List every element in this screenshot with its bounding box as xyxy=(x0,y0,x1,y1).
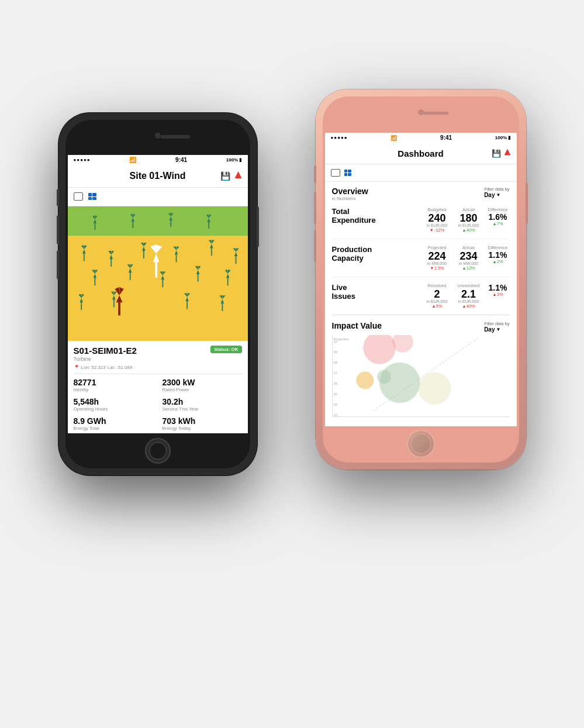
coordinates: 📍 Lon: 52.313 Lat: -51.089 xyxy=(74,365,242,370)
device-toolbar-icon[interactable] xyxy=(74,192,83,201)
stat-label: Service This Year xyxy=(163,406,242,412)
impact-title: Impact Value xyxy=(332,321,382,330)
overview-section: Overview in Numbers Filter data by Day ▼ xyxy=(332,187,510,205)
svg-marker-0 xyxy=(93,219,96,223)
svg-rect-7 xyxy=(132,221,133,227)
wifi-icon: 📶 xyxy=(129,157,136,163)
home-button[interactable] xyxy=(407,430,435,458)
right-phone-inner: ●●●●● 📶 9:41 100% ▮ Dashboard 💾 xyxy=(323,96,519,463)
stat-label: Energy Today xyxy=(163,426,242,431)
stat-label: Operating Hours xyxy=(74,406,153,412)
right-status-bar: ●●●●● 📶 9:41 100% ▮ xyxy=(325,133,517,143)
stat-value: 703 kWh xyxy=(163,416,242,426)
right-side-button[interactable] xyxy=(526,183,528,224)
svg-rect-55 xyxy=(197,274,198,281)
home-button[interactable] xyxy=(145,438,171,464)
device-toolbar-icon[interactable] xyxy=(331,169,340,177)
left-mid-button[interactable] xyxy=(57,215,59,244)
resolved-change: ▲5% xyxy=(423,303,451,309)
filter-label: Filter data by Day ▼ xyxy=(484,187,509,198)
right-side-button[interactable] xyxy=(257,206,259,247)
left-status-bar: ●●●●● 📶 9:41 100% ▮ xyxy=(68,155,248,165)
wifi-icon: 📶 xyxy=(391,135,397,141)
stat-item: 82771 Identity xyxy=(74,378,153,392)
metric-data-issues: Resolved 2 in EUR,000 ▲5% Unresolved 2.1… xyxy=(385,283,510,309)
svg-rect-75 xyxy=(222,303,223,311)
svg-rect-19 xyxy=(83,253,84,261)
stat-item: 703 kWh Energy Today xyxy=(163,416,242,431)
actual-prod-change: ▲12% xyxy=(455,265,483,271)
left-phone-inner: ●●●●● 📶 9:41 100% ▮ Site 01-Wind 💾 xyxy=(65,120,250,468)
prod-diff-change: ▲2% xyxy=(486,259,510,264)
grid-toolbar-icon[interactable] xyxy=(88,192,97,201)
svg-rect-23 xyxy=(110,258,112,266)
metric-label-production: ProductionCapacity xyxy=(332,245,385,263)
grid-toolbar-icon[interactable] xyxy=(344,169,352,177)
svg-marker-72 xyxy=(220,299,224,303)
svg-marker-12 xyxy=(207,218,210,222)
device-type: Turbine xyxy=(74,356,137,362)
stat-label: Rated Power xyxy=(163,387,242,392)
impact-filter-value[interactable]: Day xyxy=(484,326,495,333)
svg-marker-56 xyxy=(226,274,229,278)
svg-marker-16 xyxy=(82,249,86,253)
save-icon[interactable]: 💾 xyxy=(492,149,501,158)
left-bot-button[interactable] xyxy=(57,250,59,280)
alert-icon[interactable] xyxy=(235,171,242,178)
stat-label: Identity xyxy=(74,387,153,392)
right-header-title: Dashboard xyxy=(398,149,443,158)
stat-item: 2300 kW Rated Power xyxy=(163,378,242,392)
total-expenditure-row: TotalExpenditure Budgeted 240 in EUR,000… xyxy=(332,207,510,239)
turbines-svg xyxy=(68,206,248,341)
left-phone: ●●●●● 📶 9:41 100% ▮ Site 01-Wind 💾 xyxy=(58,113,257,475)
svg-marker-80 xyxy=(116,295,122,302)
left-bot-button[interactable] xyxy=(314,230,316,262)
phones-container: ●●●●● 📶 9:41 100% ▮ Site 01-Wind 💾 xyxy=(29,43,555,686)
left-mid-button[interactable] xyxy=(314,192,316,224)
svg-rect-31 xyxy=(175,254,177,262)
stat-value: 2300 kW xyxy=(163,378,242,387)
left-toolbar xyxy=(68,188,248,206)
metric-data-production: Projected 224 in MW,000 ▼1.5% Actual 234… xyxy=(385,245,510,271)
projected-change: ▼1.5% xyxy=(423,265,451,271)
dashboard-content: Overview in Numbers Filter data by Day ▼ xyxy=(325,182,517,422)
svg-point-85 xyxy=(363,335,396,364)
svg-rect-59 xyxy=(227,278,228,285)
map-area xyxy=(68,206,248,341)
status-badge: Status: OK xyxy=(210,346,241,353)
overview-title: Overview xyxy=(332,187,368,196)
svg-marker-68 xyxy=(185,296,189,301)
alert-icon[interactable] xyxy=(504,149,511,156)
battery-display: 100% ▮ xyxy=(226,157,242,163)
stat-value: 82771 xyxy=(74,378,153,387)
budgeted-col: Budgeted 240 in EUR,000 ▼-12% xyxy=(423,207,451,233)
prod-diff-col: Difference 1.1% ▲2% xyxy=(486,245,510,264)
svg-rect-11 xyxy=(170,220,171,227)
svg-point-87 xyxy=(356,371,374,389)
bubble-chart-svg xyxy=(343,335,517,416)
stat-item: 30.2h Service This Year xyxy=(163,397,242,412)
right-phone: ●●●●● 📶 9:41 100% ▮ Dashboard 💾 xyxy=(316,89,526,470)
svg-marker-40 xyxy=(93,274,96,278)
filter-value[interactable]: Day xyxy=(484,192,495,198)
stat-item: 5,548h Operating Hours xyxy=(74,397,153,412)
resolved-col: Resolved 2 in EUR,000 ▲5% xyxy=(423,283,451,309)
stat-value: 8.9 GWh xyxy=(74,416,153,426)
divider1 xyxy=(74,374,242,374)
diff-change: ▲7% xyxy=(486,221,510,226)
issues-diff-change: ▲3% xyxy=(486,292,510,297)
svg-marker-60 xyxy=(80,298,83,302)
svg-rect-27 xyxy=(143,251,144,258)
left-top-button[interactable] xyxy=(57,189,59,206)
left-top-button[interactable] xyxy=(314,165,316,183)
svg-point-90 xyxy=(418,372,451,405)
impact-section: Impact Value Filter data by Day ▼ xyxy=(332,321,510,417)
impact-filter: Filter data by Day ▼ xyxy=(484,321,509,333)
signal-bars: ●●●●● xyxy=(331,135,348,140)
metric-label-expenditure: TotalExpenditure xyxy=(332,207,385,225)
svg-rect-15 xyxy=(208,222,209,228)
save-icon[interactable]: 💾 xyxy=(220,171,230,181)
svg-rect-47 xyxy=(129,272,130,280)
device-info: S01-SEIM01-E2 Turbine Status: OK 📍 Lon: … xyxy=(68,341,248,433)
svg-marker-76 xyxy=(153,253,159,262)
